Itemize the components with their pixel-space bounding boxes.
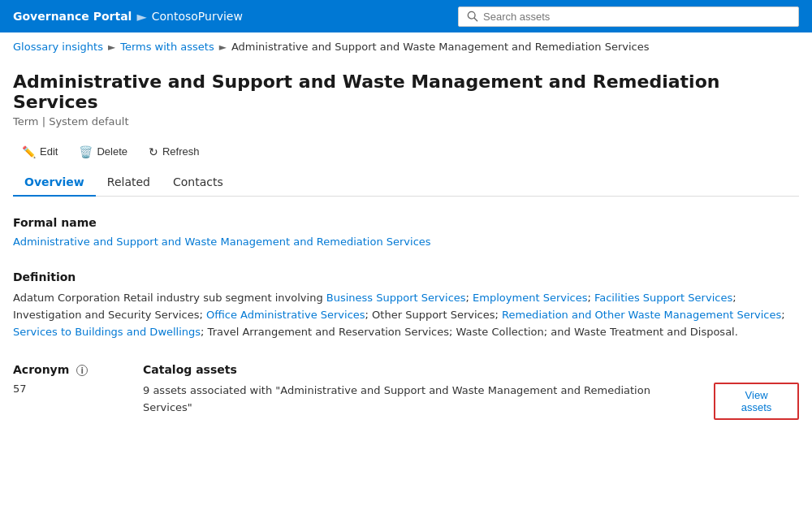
breadcrumb-sep-2: ►	[219, 41, 227, 53]
delete-button[interactable]: 🗑️ Delete	[70, 141, 136, 162]
catalog-assets-label: Catalog assets	[143, 363, 799, 376]
definition-label: Definition	[13, 270, 799, 283]
search-box[interactable]	[458, 6, 799, 27]
acronym-section: Acronym i 57	[13, 363, 110, 395]
page-subtitle: Term | System default	[13, 115, 799, 128]
breadcrumb-current: Administrative and Support and Waste Man…	[231, 41, 650, 53]
topbar: Governance Portal ► ContosoPurview	[0, 0, 812, 32]
search-input[interactable]	[483, 11, 790, 23]
delete-icon: 🗑️	[79, 146, 93, 158]
formal-name-value: Administrative and Support and Waste Man…	[13, 236, 799, 248]
toolbar: ✏️ Edit 🗑️ Delete ↻ Refresh	[13, 141, 799, 162]
acronym-info-icon[interactable]: i	[76, 365, 88, 376]
view-assets-label: View assets	[728, 389, 784, 413]
edit-button[interactable]: ✏️ Edit	[13, 141, 67, 162]
governance-portal-label: Governance Portal	[13, 10, 132, 23]
tab-contacts[interactable]: Contacts	[162, 169, 235, 197]
delete-label: Delete	[97, 145, 127, 158]
definition-text: Adatum Corporation Retail industry sub s…	[13, 290, 799, 340]
view-assets-button[interactable]: View assets	[714, 383, 799, 420]
page-title: Administrative and Support and Waste Man…	[13, 71, 799, 112]
refresh-label: Refresh	[162, 145, 200, 158]
edit-label: Edit	[40, 145, 58, 158]
catalog-assets-text: 9 assets associated with "Administrative…	[143, 383, 701, 417]
acronym-catalog-row: Acronym i 57 Catalog assets 9 assets ass…	[13, 363, 799, 423]
formal-name-label: Formal name	[13, 216, 799, 229]
definition-section: Definition Adatum Corporation Retail ind…	[13, 270, 799, 340]
search-icon	[467, 11, 478, 22]
portal-name-label: ContosoPurview	[152, 10, 243, 23]
formal-name-section: Formal name Administrative and Support a…	[13, 216, 799, 248]
breadcrumb-glossary-insights[interactable]: Glossary insights	[13, 41, 103, 53]
edit-icon: ✏️	[22, 146, 36, 158]
breadcrumb-terms-with-assets[interactable]: Terms with assets	[120, 41, 214, 53]
tab-overview[interactable]: Overview	[13, 169, 96, 197]
refresh-icon: ↻	[149, 146, 158, 158]
refresh-button[interactable]: ↻ Refresh	[140, 141, 209, 162]
breadcrumb: Glossary insights ► Terms with assets ► …	[0, 32, 812, 62]
topbar-brand-area: Governance Portal ► ContosoPurview	[13, 9, 243, 24]
acronym-label: Acronym i	[13, 363, 110, 376]
assets-row: 9 assets associated with "Administrative…	[143, 383, 799, 423]
tabs-bar: Overview Related Contacts	[13, 169, 799, 197]
tab-related[interactable]: Related	[96, 169, 162, 197]
main-content: Administrative and Support and Waste Man…	[0, 62, 812, 443]
acronym-value: 57	[13, 383, 110, 395]
breadcrumb-sep-1: ►	[108, 41, 115, 53]
catalog-assets-section: Catalog assets 9 assets associated with …	[143, 363, 799, 423]
topbar-separator: ►	[136, 9, 146, 24]
svg-line-1	[474, 18, 477, 21]
